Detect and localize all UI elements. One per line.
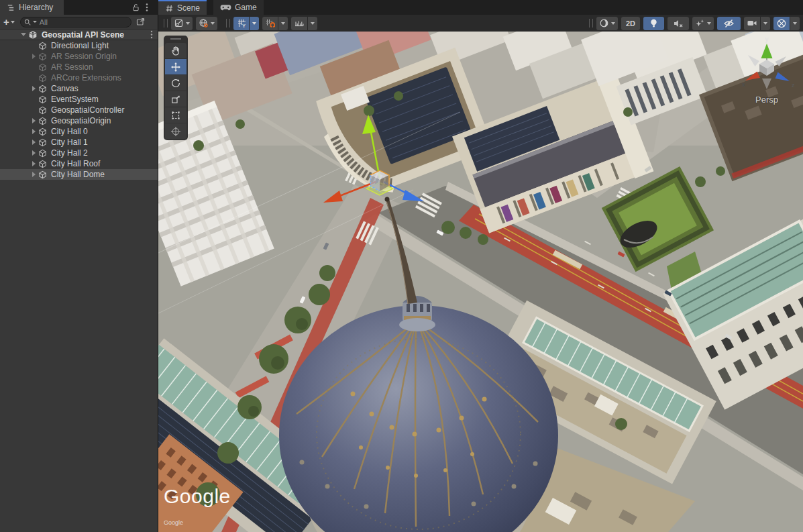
globe-orientation-icon	[199, 18, 209, 28]
rotate-tool-button[interactable]	[165, 75, 186, 91]
chevron-down-icon	[252, 22, 256, 25]
search-input[interactable]	[38, 17, 128, 27]
hierarchy-row-city-hall-dome[interactable]: City Hall Dome	[0, 169, 158, 180]
hierarchy-kebab-menu-icon[interactable]	[146, 3, 148, 12]
collapse-triangle-icon[interactable]	[19, 33, 28, 36]
view-hand-tool-button[interactable]	[165, 43, 186, 58]
gizmo-gray-cone[interactable]	[775, 56, 787, 66]
tool-settings-overlay-handle[interactable]	[164, 19, 168, 28]
open-picker-button[interactable]	[136, 17, 146, 27]
gameobject-cube-icon	[38, 42, 48, 50]
hierarchy-row-ar-session[interactable]: AR Session	[0, 62, 158, 72]
gameobject-cube-icon	[38, 85, 48, 93]
expand-triangle-icon[interactable]	[30, 129, 38, 134]
shading-mode-button[interactable]	[596, 17, 618, 30]
scene-lighting-toggle[interactable]	[643, 17, 664, 30]
scene-camera-caret-button[interactable]	[761, 17, 770, 30]
orientation-gizmo[interactable]: y x z Persp	[737, 36, 797, 105]
lock-icon[interactable]	[131, 3, 140, 12]
google-attribution: Google	[164, 519, 183, 526]
scene-view-toolbar: Y 2D	[158, 15, 803, 32]
hierarchy-row-directional-light[interactable]: Directional Light	[0, 40, 158, 51]
chevron-down-icon	[311, 22, 315, 25]
create-object-button[interactable]: +	[3, 17, 15, 27]
tool-handle-pivot-button[interactable]	[171, 17, 193, 30]
projection-label[interactable]: Persp	[755, 95, 778, 105]
effects-toggle[interactable]	[692, 17, 714, 30]
chevron-down-icon	[707, 22, 711, 25]
expand-triangle-icon[interactable]	[30, 172, 38, 177]
grid-snap-overlay-handle[interactable]	[226, 19, 230, 28]
expand-triangle-icon[interactable]	[30, 150, 38, 156]
expand-triangle-icon[interactable]	[30, 161, 38, 166]
search-filter-caret-icon[interactable]	[33, 21, 37, 23]
hierarchy-list-icon	[7, 3, 15, 12]
scene-gizmo-toggle[interactable]	[773, 17, 790, 30]
hierarchy-row-geospatialcontroller[interactable]: GeospatialController	[0, 105, 158, 115]
scene-viewport[interactable]: y x z Persp Google Google	[158, 32, 803, 532]
hierarchy-row-city-hall-roof[interactable]: City Hall Roof	[0, 158, 158, 169]
rotate-tool-icon	[170, 78, 181, 89]
hand-icon	[170, 46, 181, 56]
tab-game[interactable]: Game	[213, 0, 264, 15]
expand-triangle-icon[interactable]	[30, 118, 38, 123]
expand-triangle-icon[interactable]	[30, 140, 38, 145]
gizmo-z-axis-cone[interactable]	[775, 72, 790, 82]
chevron-down-icon	[281, 22, 285, 25]
transform-tool-button[interactable]	[165, 123, 186, 139]
gizmo-x-axis-cone[interactable]	[745, 72, 760, 81]
mode-2d-toggle[interactable]: 2D	[621, 17, 640, 30]
shading-sphere-icon	[599, 18, 609, 28]
hierarchy-row-geospatialorigin[interactable]: GeospatialOrigin	[0, 115, 158, 126]
hidden-objects-toggle[interactable]	[717, 17, 741, 30]
top-tab-bar: Hierarchy Scene Game	[0, 0, 803, 15]
snap-increment-button[interactable]	[291, 17, 307, 30]
grid-snapping-button[interactable]	[262, 17, 278, 30]
tab-scene[interactable]: Scene	[158, 0, 207, 15]
rect-tool-button[interactable]	[165, 107, 186, 123]
axis-y-label: y	[765, 36, 769, 43]
gameobject-cube-icon	[38, 74, 48, 83]
axis-z-label: z	[792, 82, 795, 89]
hierarchy-row-arcore-extensions[interactable]: ARCore Extensions	[0, 72, 158, 83]
chevron-down-icon	[211, 22, 215, 25]
expand-triangle-icon[interactable]	[30, 86, 38, 91]
tool-handle-rotation-button[interactable]	[196, 17, 217, 30]
gizmo-y-axis-cone[interactable]	[761, 44, 773, 58]
camera-icon	[747, 19, 757, 28]
scene-gizmo-caret-button[interactable]	[790, 17, 800, 30]
gizmo-gray-cone[interactable]	[762, 78, 771, 89]
gameobject-cube-icon	[38, 170, 48, 179]
scene-camera-settings-button[interactable]	[744, 17, 760, 30]
move-tool-button[interactable]	[165, 59, 186, 74]
grid-snapping-caret-button[interactable]	[278, 17, 288, 30]
hierarchy-row-city-hall-0[interactable]: City Hall 0	[0, 126, 158, 137]
hierarchy-row-city-hall-2[interactable]: City Hall 2	[0, 148, 158, 158]
snap-increment-caret-button[interactable]	[308, 17, 317, 30]
tab-hierarchy[interactable]: Hierarchy	[0, 0, 64, 15]
grid-visibility-button[interactable]: Y	[233, 17, 249, 30]
hierarchy-row-eventsystem[interactable]: EventSystem	[0, 94, 158, 105]
gameobject-cube-icon	[38, 95, 48, 104]
audio-toggle[interactable]	[667, 17, 689, 30]
grid-snap-magnet-icon	[265, 18, 275, 28]
hierarchy-row-city-hall-1[interactable]: City Hall 1	[0, 137, 158, 148]
chevron-down-icon	[763, 22, 767, 25]
hierarchy-row-ar-session-origin[interactable]: AR Session Origin	[0, 51, 158, 62]
plus-icon: +	[3, 17, 9, 27]
tab-hierarchy-label: Hierarchy	[19, 3, 53, 12]
grid-visibility-caret-button[interactable]	[250, 17, 259, 30]
gameobject-cube-icon	[38, 117, 48, 125]
scale-tool-button[interactable]	[165, 91, 186, 107]
gizmo-gray-cone[interactable]	[748, 55, 759, 66]
scene-kebab-menu-icon[interactable]	[150, 30, 153, 39]
tools-overlay-drag-handle[interactable]	[170, 38, 181, 40]
view-options-overlay-handle[interactable]	[589, 19, 593, 28]
tab-scene-label: Scene	[177, 3, 200, 13]
expand-triangle-icon[interactable]	[30, 54, 38, 59]
hierarchy-row-canvas[interactable]: Canvas	[0, 83, 158, 94]
hierarchy-panel: Geospatial API Scene Directional Light A…	[0, 30, 158, 532]
tools-overlay	[164, 36, 188, 140]
scene-root-row[interactable]: Geospatial API Scene	[0, 30, 158, 40]
hierarchy-search-field[interactable]	[20, 17, 131, 28]
